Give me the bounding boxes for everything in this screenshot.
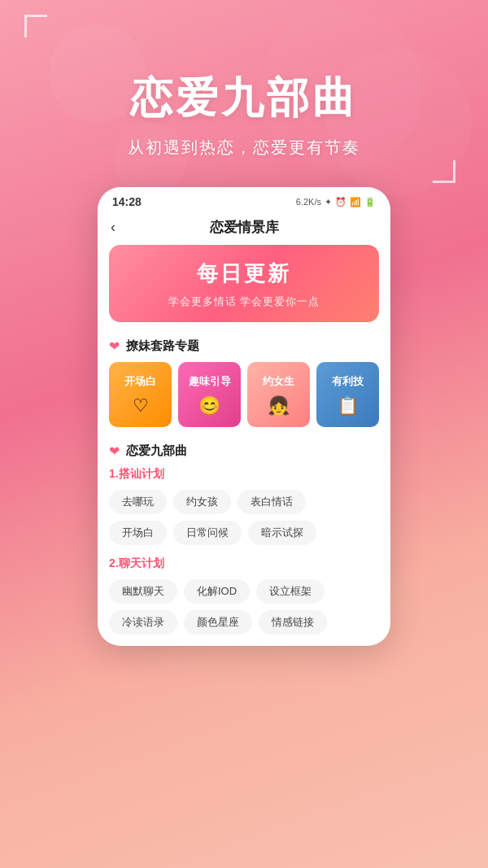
battery-icon: 🔋 [364, 197, 376, 207]
pickup-heart-icon: ❤ [109, 338, 120, 354]
tag-hint[interactable]: 暗示试探 [248, 521, 316, 545]
card-date-label: 约女生 [263, 374, 294, 389]
category-cards-grid: 开场白 ♡ 趣味引导 😊 约女生 👧 有利技 📋 [98, 362, 390, 440]
step-group-1: 1.搭讪计划 去哪玩 约女孩 表白情话 开场白 日常问候 暗示试探 [109, 467, 379, 545]
card-opening-label: 开场白 [124, 374, 156, 389]
pickup-section-title: 撩妹套路专题 [126, 338, 199, 354]
pickup-section-header: ❤ 撩妹套路专题 [98, 335, 390, 362]
signal-icon: 📶 [350, 197, 361, 207]
status-time: 14:28 [112, 195, 142, 208]
tag-set-frame[interactable]: 设立框架 [256, 579, 325, 604]
tag-color-star[interactable]: 颜色星座 [184, 610, 252, 635]
tag-humor-chat[interactable]: 幽默聊天 [109, 579, 177, 604]
card-fun-label: 趣味引导 [189, 374, 231, 389]
card-benefit-label: 有利技 [332, 374, 364, 389]
daily-banner-title: 每日更新 [125, 260, 363, 288]
nine-section-title: 恋爱九部曲 [126, 443, 187, 459]
nine-heart-icon: ❤ [109, 443, 120, 459]
corner-decoration-tl [24, 15, 47, 37]
card-opening-icon: ♡ [133, 395, 149, 417]
nine-section-header: ❤ 恋爱九部曲 [98, 440, 390, 467]
hero-title: 恋爱九部曲 [130, 70, 358, 127]
card-date-girl[interactable]: 约女生 👧 [247, 362, 310, 427]
hero-subtitle: 从初遇到热恋，恋爱更有节奏 [128, 137, 360, 159]
card-benefit[interactable]: 有利技 📋 [316, 362, 379, 427]
tag-resolve-iod[interactable]: 化解IOD [184, 579, 250, 604]
tag-emotion-link[interactable]: 情感链接 [259, 610, 327, 635]
step-group-2-row-1: 幽默聊天 化解IOD 设立框架 [109, 579, 379, 604]
card-date-icon: 👧 [268, 395, 290, 417]
bluetooth-icon: ✦ [325, 197, 332, 207]
tag-confession[interactable]: 表白情话 [237, 490, 306, 514]
status-icons: 6.2K/s ✦ ⏰ 📶 🔋 [296, 197, 376, 207]
step-group-2: 2.聊天计划 幽默聊天 化解IOD 设立框架 冷读语录 颜色星座 情感链接 [109, 556, 379, 635]
card-fun-guide[interactable]: 趣味引导 😊 [178, 362, 241, 427]
status-bar: 14:28 6.2K/s ✦ ⏰ 📶 🔋 [98, 187, 390, 213]
step-group-1-row-1: 去哪玩 约女孩 表白情话 [109, 490, 379, 514]
back-button[interactable]: ‹ [111, 219, 115, 236]
step-group-1-row-2: 开场白 日常问候 暗示试探 [109, 521, 379, 545]
tag-date-girl[interactable]: 约女孩 [173, 490, 231, 514]
network-speed: 6.2K/s [296, 197, 321, 207]
corner-decoration-br [433, 160, 455, 183]
step-group-2-row-2: 冷读语录 颜色星座 情感链接 [109, 610, 379, 635]
nav-bar: ‹ 恋爱情景库 [98, 213, 390, 245]
tag-cold-read[interactable]: 冷读语录 [109, 610, 177, 635]
step-group-1-title: 1.搭讪计划 [109, 467, 379, 482]
card-opening[interactable]: 开场白 ♡ [109, 362, 172, 427]
card-fun-icon: 😊 [198, 395, 220, 417]
nav-title: 恋爱情景库 [210, 218, 279, 237]
card-benefit-icon: 📋 [337, 395, 359, 417]
tag-daily-greet[interactable]: 日常问候 [173, 521, 242, 545]
daily-banner[interactable]: 每日更新 学会更多情话 学会更爱你一点 [109, 245, 379, 322]
tag-where-play[interactable]: 去哪玩 [109, 490, 167, 514]
tag-opening[interactable]: 开场白 [109, 521, 167, 545]
alarm-icon: ⏰ [335, 197, 346, 207]
daily-banner-subtitle: 学会更多情话 学会更爱你一点 [125, 294, 363, 309]
nine-steps-section: 1.搭讪计划 去哪玩 约女孩 表白情话 开场白 日常问候 暗示试探 2.聊天计划… [98, 467, 390, 635]
step-group-2-title: 2.聊天计划 [109, 556, 379, 571]
phone-card: 14:28 6.2K/s ✦ ⏰ 📶 🔋 ‹ 恋爱情景库 每日更新 学会更多情话… [98, 187, 390, 646]
